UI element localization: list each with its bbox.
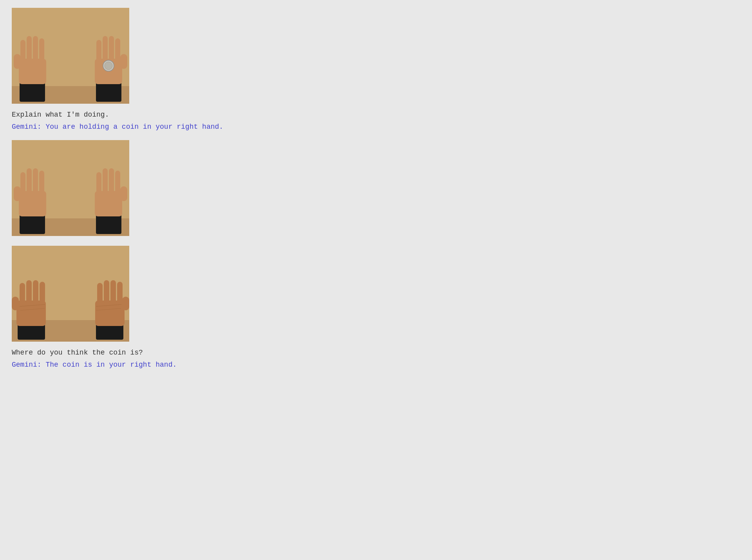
section-3: Where do you think the coin is? Gemini: … xyxy=(12,246,505,370)
svg-rect-50 xyxy=(117,282,123,303)
svg-rect-29 xyxy=(96,172,101,195)
svg-rect-49 xyxy=(110,280,116,304)
svg-rect-47 xyxy=(97,283,103,304)
svg-rect-14 xyxy=(115,38,120,62)
svg-rect-22 xyxy=(20,172,25,195)
svg-rect-24 xyxy=(33,168,38,194)
svg-rect-42 xyxy=(12,297,19,310)
svg-rect-48 xyxy=(104,280,109,304)
svg-rect-37 xyxy=(16,301,46,326)
image-hands-coin xyxy=(12,8,129,104)
svg-rect-5 xyxy=(27,36,32,61)
prompt-3: Where do you think the coin is? xyxy=(12,348,505,358)
section-2-images xyxy=(12,140,505,238)
svg-point-17 xyxy=(105,62,112,70)
svg-rect-12 xyxy=(103,36,108,61)
section-3-images xyxy=(12,246,505,344)
svg-rect-11 xyxy=(96,40,101,63)
svg-rect-23 xyxy=(27,168,32,194)
svg-rect-41 xyxy=(40,282,45,303)
prompt-1: Explain what I'm doing. xyxy=(12,110,505,120)
section-1-images xyxy=(12,8,505,106)
svg-rect-40 xyxy=(33,280,38,304)
svg-rect-38 xyxy=(20,283,25,304)
image-hands-down xyxy=(12,246,129,342)
svg-rect-30 xyxy=(103,168,108,194)
svg-rect-39 xyxy=(26,280,32,304)
svg-rect-32 xyxy=(115,171,120,194)
svg-rect-4 xyxy=(20,40,25,63)
svg-rect-31 xyxy=(109,168,114,194)
svg-rect-8 xyxy=(14,54,21,69)
svg-rect-51 xyxy=(122,297,129,310)
response-3: Gemini: The coin is in your right hand. xyxy=(12,360,505,370)
image-hands-open xyxy=(12,140,129,236)
main-content: Explain what I'm doing. Gemini: You are … xyxy=(12,8,505,370)
svg-rect-7 xyxy=(39,38,44,62)
svg-rect-25 xyxy=(39,171,44,194)
svg-rect-13 xyxy=(109,36,114,61)
section-1: Explain what I'm doing. Gemini: You are … xyxy=(12,8,505,132)
response-1: Gemini: You are holding a coin in your r… xyxy=(12,122,505,132)
section-2 xyxy=(12,140,505,238)
section-3-text: Where do you think the coin is? Gemini: … xyxy=(12,348,505,370)
svg-rect-6 xyxy=(33,36,38,61)
svg-rect-33 xyxy=(120,186,127,201)
svg-rect-15 xyxy=(120,54,127,69)
section-1-text: Explain what I'm doing. Gemini: You are … xyxy=(12,110,505,132)
svg-rect-26 xyxy=(14,186,21,201)
